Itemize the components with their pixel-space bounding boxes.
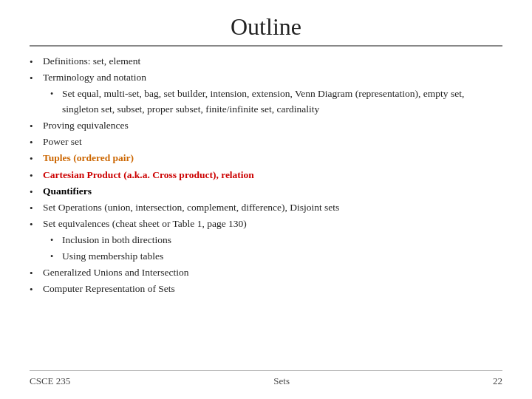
bullet-text-5: Tuples (ordered pair) [43, 151, 134, 166]
bullet-item-6: •Cartesian Product (a.k.a. Cross product… [30, 168, 502, 183]
bullet-item-5: •Tuples (ordered pair) [30, 151, 502, 166]
bullet-text-1: Terminology and notation [43, 70, 146, 86]
bullet-item-13: •Computer Representation of Sets [30, 282, 502, 297]
bullet-text-10: Inclusion in both directions [62, 233, 171, 248]
slide-footer: CSCE 235 Sets 22 [30, 370, 502, 387]
bullet-item-4: •Power set [30, 134, 502, 150]
footer-right: 22 [493, 375, 502, 387]
bullet-text-0: Definitions: set, element [43, 54, 140, 69]
bullet-dot-3: • [30, 118, 43, 134]
bullet-text-3: Proving equivalences [43, 118, 129, 134]
bullet-text-9: Set equivalences (cheat sheet or Table 1… [43, 216, 247, 232]
bullet-item-8: •Set Operations (union, intersection, co… [30, 200, 502, 216]
bullet-dot-10: • [50, 233, 62, 248]
bullet-dot-8: • [30, 200, 43, 216]
bullet-dot-5: • [30, 151, 43, 166]
footer-center: Sets [70, 375, 493, 387]
bullet-text-11: Using membership tables [62, 249, 163, 265]
bullet-dot-11: • [50, 249, 62, 264]
bullet-item-0: •Definitions: set, element [30, 54, 502, 69]
bullet-dot-9: • [30, 216, 43, 232]
bullet-dot-13: • [30, 282, 43, 297]
bullet-dot-1: • [30, 70, 43, 86]
bullet-text-4: Power set [43, 134, 82, 150]
slide: Outline •Definitions: set, element•Termi… [0, 0, 532, 399]
bullet-text-12: Generalized Unions and Intersection [43, 265, 189, 281]
bullet-item-3: •Proving equivalences [30, 118, 502, 134]
bullet-text-6: Cartesian Product (a.k.a. Cross product)… [43, 168, 254, 183]
bullet-item-9: •Set equivalences (cheat sheet or Table … [30, 216, 502, 232]
footer-left: CSCE 235 [30, 375, 70, 387]
bullet-text-8: Set Operations (union, intersection, com… [43, 200, 339, 216]
bullet-text-13: Computer Representation of Sets [43, 282, 175, 297]
bullet-dot-6: • [30, 168, 43, 183]
bullet-item-7: •Quantifiers [30, 184, 502, 200]
bullet-dot-2: • [50, 86, 62, 101]
bullet-item-2: •Set equal, multi-set, bag, set builder,… [50, 86, 502, 117]
slide-content: •Definitions: set, element•Terminology a… [30, 54, 502, 367]
bullet-item-1: •Terminology and notation [30, 70, 502, 86]
title-divider [30, 45, 502, 47]
bullet-dot-4: • [30, 134, 43, 150]
slide-title: Outline [30, 13, 502, 41]
bullet-text-7: Quantifiers [43, 184, 92, 200]
bullet-item-12: •Generalized Unions and Intersection [30, 265, 502, 281]
bullet-dot-7: • [30, 184, 43, 200]
bullet-item-10: •Inclusion in both directions [50, 233, 502, 248]
bullet-item-11: •Using membership tables [50, 249, 502, 265]
bullet-dot-12: • [30, 265, 43, 281]
bullet-dot-0: • [30, 54, 43, 69]
bullet-text-2: Set equal, multi-set, bag, set builder, … [62, 86, 502, 117]
